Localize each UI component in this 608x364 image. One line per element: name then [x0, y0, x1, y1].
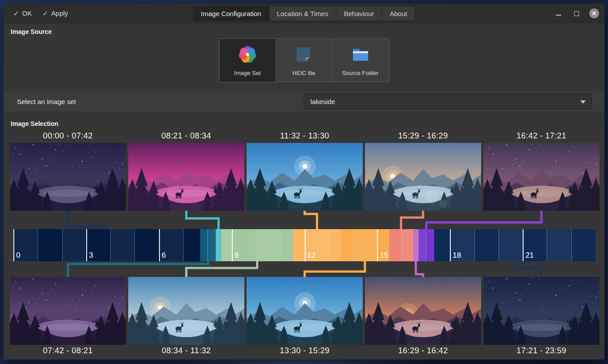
timeline-hour-line	[110, 229, 111, 261]
check-icon: ✓	[13, 9, 19, 17]
apply-button[interactable]: ✓ Apply	[39, 7, 71, 20]
maximize-button[interactable]	[571, 8, 581, 18]
bottom-thumbnail-2[interactable]	[128, 277, 244, 345]
timeline-hour-line	[86, 229, 87, 261]
connector-top-4	[401, 211, 423, 229]
bottom-thumbnails-row	[10, 277, 602, 345]
connector-bottom-4	[416, 261, 423, 277]
time-range-label: 16:29 - 16:42	[365, 346, 481, 356]
timeline-hour-line	[38, 229, 38, 261]
timeline-hour-label: 18	[453, 251, 461, 260]
image-set-dropdown-value: lakeside	[304, 98, 335, 105]
ok-button-label: OK	[22, 9, 32, 17]
titlebar: ✓ OK ✓ Apply Image ConfigurationLocation…	[4, 4, 604, 23]
timeline-hour-line	[256, 229, 256, 261]
top-thumbnail-2[interactable]	[128, 143, 244, 211]
top-thumbnail-3[interactable]	[247, 143, 363, 211]
close-button[interactable]	[589, 8, 599, 18]
timeline-hour-line	[232, 229, 233, 261]
timeline-hour-line	[499, 229, 499, 261]
timeline-hour-line	[159, 229, 160, 261]
time-range-label: 00:00 - 07:42	[10, 131, 126, 141]
time-range-label: 15:29 - 16:29	[365, 131, 481, 141]
close-icon	[589, 8, 599, 18]
top-thumbnail-5[interactable]	[483, 143, 600, 211]
connector-top-2	[186, 211, 218, 229]
top-time-labels: 00:00 - 07:4208:21 - 08:3411:32 - 13:301…	[10, 131, 602, 141]
folder-icon	[351, 45, 370, 66]
timeline-hour-line	[207, 229, 208, 261]
timeline-hour-line	[62, 229, 63, 261]
bottom-thumbnail-5[interactable]	[483, 277, 600, 345]
timeline-hour-line	[547, 229, 547, 261]
timeline-hour-label: 15	[380, 251, 388, 260]
connector-top-3	[305, 211, 317, 229]
source-type-group: Image Set HEIC file Source Folder	[219, 38, 389, 82]
connector-bottom-3	[305, 261, 365, 277]
image-source-header: Image Source	[11, 28, 52, 35]
ok-button[interactable]: ✓ OK	[10, 7, 35, 20]
tab-image-configuration[interactable]: Image Configuration	[193, 6, 269, 21]
connector-top-5	[426, 211, 541, 229]
top-thumbnails-row	[10, 143, 602, 211]
timeline-hour-label: 9	[235, 251, 239, 260]
day-timeline: 036912151821	[13, 229, 595, 261]
timeline-hour-line	[183, 229, 184, 261]
bottom-thumbnail-1[interactable]	[10, 277, 126, 345]
connector-top-1	[68, 211, 107, 229]
titlebar-actions: ✓ OK ✓ Apply	[4, 7, 71, 20]
image-set-dropdown[interactable]: lakeside	[304, 93, 592, 109]
check-icon: ✓	[42, 9, 48, 17]
timeline-hour-line	[450, 229, 451, 261]
minimize-icon	[556, 15, 561, 16]
timeline-hour-line	[280, 229, 281, 261]
timeline-hour-label: 3	[89, 251, 93, 260]
time-range-label: 08:21 - 08:34	[128, 131, 244, 141]
tab-location-times[interactable]: Location & Times	[269, 6, 336, 21]
apply-button-label: Apply	[51, 9, 68, 17]
top-thumbnail-4[interactable]	[365, 143, 481, 211]
timeline-hour-label: 12	[307, 251, 316, 260]
timeline-hour-line	[13, 229, 14, 261]
maximize-icon	[574, 11, 579, 16]
tab-bar: Image ConfigurationLocation & TimesBehav…	[193, 6, 415, 21]
source-option-label: HEIC file	[292, 70, 315, 76]
timeline-hour-label: 21	[525, 251, 534, 260]
chevron-down-icon	[580, 100, 586, 104]
timeline-hour-line	[305, 229, 306, 261]
bottom-time-labels: 07:42 - 08:2108:34 - 11:3213:30 - 15:291…	[10, 346, 602, 356]
timeline-hour-label: 0	[16, 251, 20, 260]
timeline-hour-line	[134, 229, 135, 261]
timeline-hour-line	[571, 229, 572, 261]
time-range-label: 17:21 - 23:59	[483, 346, 600, 356]
time-range-label: 07:42 - 08:21	[10, 346, 126, 356]
time-range-label: 08:34 - 11:32	[128, 346, 244, 356]
timeline-hour-line	[426, 229, 426, 261]
tab-about[interactable]: About	[382, 6, 415, 21]
timeline-hour-line	[402, 229, 402, 261]
timeline-hour-line	[474, 229, 475, 261]
color-wheel-icon	[238, 45, 257, 66]
source-option-label: Image Set	[234, 70, 260, 76]
bottom-thumbnail-4[interactable]	[365, 277, 481, 345]
content-area: Image Source Image Set HEIC file Source …	[4, 23, 604, 359]
source-option-heic-file[interactable]: HEIC file	[276, 39, 332, 82]
source-option-image-set[interactable]: Image Set	[220, 39, 276, 82]
minimize-button[interactable]	[553, 8, 563, 18]
source-option-source-folder[interactable]: Source Folder	[332, 39, 389, 82]
timeline-hour-line	[377, 229, 378, 261]
window-controls	[553, 4, 599, 23]
desktop-background: ✓ OK ✓ Apply Image ConfigurationLocation…	[0, 0, 608, 364]
connector-bottom-5	[515, 261, 542, 277]
timeline-hour-line	[523, 229, 524, 261]
timeline-hour-line	[353, 229, 353, 261]
tab-behaviour[interactable]: Behaviour	[336, 6, 382, 21]
app-window: ✓ OK ✓ Apply Image ConfigurationLocation…	[4, 4, 604, 360]
source-option-label: Source Folder	[342, 70, 379, 76]
timeline-hour-line	[329, 229, 329, 261]
top-thumbnail-1[interactable]	[10, 143, 126, 211]
bottom-thumbnail-3[interactable]	[247, 277, 363, 345]
heic-file-icon	[294, 45, 314, 66]
time-range-label: 11:32 - 13:30	[247, 131, 363, 141]
time-range-label: 16:42 - 17:21	[483, 131, 600, 141]
